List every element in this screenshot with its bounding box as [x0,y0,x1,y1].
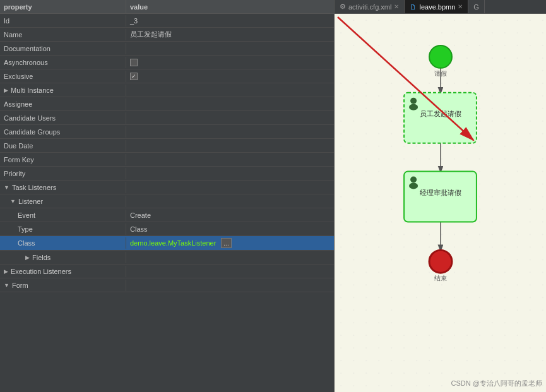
prop-name-priority: Priority [0,168,126,179]
task-listeners-expand-icon[interactable]: ▼ [4,184,9,191]
diagram-panel: ⚙ activiti.cfg.xml ✕ 🗋 leave.bpmn ✕ G [335,0,546,392]
prop-row-asynchronous[interactable]: Asynchronous [0,56,334,69]
prop-name-event: Event [0,210,126,221]
tab-activiti-cfg[interactable]: ⚙ activiti.cfg.xml ✕ [335,0,405,13]
value-col-header: value [126,0,334,13]
class-value-text: demo.leave.MyTaskListener [130,239,216,247]
prop-row-due-date[interactable]: Due Date [0,139,334,153]
listener-expand-icon[interactable]: ▼ [10,198,16,205]
prop-row-documentation[interactable]: Documentation [0,42,334,56]
multi-instance-expand-icon[interactable]: ▶ [4,87,8,93]
svg-text:经理审批请假: 经理审批请假 [420,189,461,196]
prop-name-form: ▼ Form [0,280,126,291]
tab-leave-bpmn[interactable]: 🗋 leave.bpmn ✕ [405,0,468,13]
prop-row-form-key[interactable]: Form Key [0,153,334,167]
prop-val-documentation [126,47,334,50]
prop-val-type: Class [126,223,334,235]
activiti-cfg-close[interactable]: ✕ [394,3,399,10]
svg-text:员工发起请假: 员工发起请假 [420,110,461,117]
prop-name-execution-listeners: ▶ Execution Listeners [0,266,126,277]
prop-row-priority[interactable]: Priority [0,167,334,181]
prop-val-assignee [126,102,334,106]
prop-name-id: Id [0,15,126,27]
start-event[interactable] [429,45,452,68]
activiti-cfg-icon: ⚙ [340,3,346,11]
prop-val-name: 员工发起请假 [126,28,334,41]
prop-name-form-key: Form Key [0,154,126,165]
prop-name-task-listeners: ▼ Task Listeners [0,182,126,193]
property-table-header: property value [0,0,334,14]
form-expand-icon[interactable]: ▼ [4,282,9,288]
property-panel: property value Id _3 Name 员工发起请假 Documen… [0,0,335,392]
prop-val-form-key [126,158,334,162]
prop-val-execution-listeners [126,270,334,273]
prop-name-due-date: Due Date [0,140,126,151]
leave-bpmn-close[interactable]: ✕ [458,3,463,10]
prop-row-id[interactable]: Id _3 [0,14,334,28]
diagram-tabs: ⚙ activiti.cfg.xml ✕ 🗋 leave.bpmn ✕ G [335,0,546,14]
svg-point-12 [429,250,452,273]
prop-val-due-date [126,144,334,148]
prop-val-id: _3 [126,15,334,27]
prop-val-candidate-users [126,116,334,120]
svg-point-9 [410,177,417,183]
prop-val-priority [126,172,334,175]
g-tab-label: G [473,3,479,11]
property-col-header: property [0,0,126,13]
svg-point-7 [409,104,418,110]
prop-row-listener[interactable]: ▼ Listener [0,194,334,208]
prop-name-documentation: Documentation [0,43,126,54]
prop-name-fields: ▶ Fields [0,252,126,263]
exclusive-checkbox[interactable]: ✓ [130,73,138,80]
leave-bpmn-icon: 🗋 [410,3,417,11]
prop-name-asynchronous: Asynchronous [0,57,126,68]
prop-val-asynchronous[interactable] [126,57,334,68]
watermark: CSDN @专治八阿哥的孟老师 [451,379,542,388]
prop-val-listener [126,199,334,203]
class-edit-button[interactable]: ... [221,238,231,248]
prop-name-candidate-groups: Candidate Groups [0,126,126,138]
prop-row-event[interactable]: Event Create [0,208,334,222]
svg-text:结束: 结束 [434,275,447,282]
prop-name-listener: ▼ Listener [0,196,126,207]
prop-row-fields[interactable]: ▶ Fields [0,251,334,264]
prop-name-candidate-users: Candidate Users [0,112,126,124]
prop-val-event: Create [126,210,334,221]
prop-row-candidate-users[interactable]: Candidate Users [0,111,334,125]
prop-val-exclusive[interactable]: ✓ [126,71,334,82]
prop-row-candidate-groups[interactable]: Candidate Groups [0,125,334,139]
prop-row-multi-instance[interactable]: ▶ Multi Instance [0,83,334,97]
prop-row-execution-listeners[interactable]: ▶ Execution Listeners [0,264,334,278]
fields-expand-icon[interactable]: ▶ [25,254,30,261]
execution-listeners-expand-icon[interactable]: ▶ [4,268,8,275]
prop-name-assignee: Assignee [0,98,126,110]
svg-point-6 [410,98,417,104]
prop-row-assignee[interactable]: Assignee [0,97,334,111]
prop-row-class[interactable]: Class demo.leave.MyTaskListener ... [0,236,334,251]
prop-row-type[interactable]: Type Class [0,222,334,236]
prop-val-fields [126,256,334,259]
prop-row-exclusive[interactable]: Exclusive ✓ [0,69,334,83]
prop-name-class: Class [0,237,126,249]
prop-val-class[interactable]: demo.leave.MyTaskListener ... [126,236,334,250]
prop-name-name: Name [0,29,126,40]
prop-row-name[interactable]: Name 员工发起请假 [0,28,334,42]
diagram-area[interactable]: 员工发起请假 经理审批请假 请假 结束 [335,14,546,392]
leave-bpmn-label: leave.bpmn [419,3,455,11]
bpmn-svg-canvas: 员工发起请假 经理审批请假 请假 结束 [335,14,546,392]
svg-text:请假: 请假 [434,70,447,77]
svg-point-10 [409,183,418,189]
prop-name-type: Type [0,223,126,235]
prop-val-multi-instance [126,88,334,92]
prop-name-multi-instance: ▶ Multi Instance [0,85,126,96]
prop-val-task-listeners [126,186,334,189]
prop-row-form[interactable]: ▼ Form [0,278,334,292]
prop-name-exclusive: Exclusive [0,71,126,82]
property-table: Id _3 Name 员工发起请假 Documentation Asynchro… [0,14,334,392]
prop-val-candidate-groups [126,130,334,134]
prop-val-form [126,283,334,287]
activiti-cfg-label: activiti.cfg.xml [348,3,391,11]
asynchronous-checkbox[interactable] [130,59,138,66]
prop-row-task-listeners[interactable]: ▼ Task Listeners [0,181,334,194]
tab-g[interactable]: G [468,0,485,13]
